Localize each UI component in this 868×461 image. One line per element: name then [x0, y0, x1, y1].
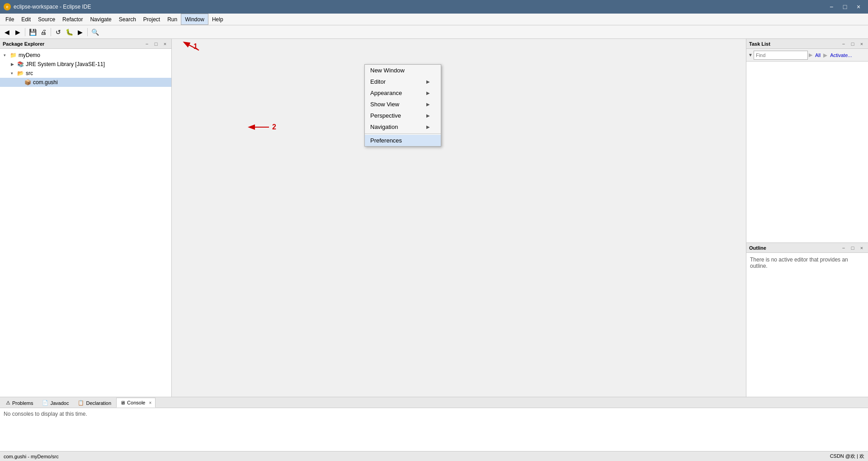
console-close-icon[interactable]: ×	[149, 400, 151, 405]
outline-close[interactable]: ×	[858, 244, 865, 252]
problems-icon: ⚠	[6, 400, 10, 406]
status-left: com.gushi - myDemo/src	[4, 454, 59, 459]
perspective-label: Perspective	[370, 112, 401, 119]
outline-header: Outline − □ ×	[746, 243, 868, 253]
menu-refactor[interactable]: Refactor	[59, 14, 86, 25]
outline-section: Outline − □ × There is no active editor …	[746, 243, 868, 397]
menu-item-perspective[interactable]: Perspective ▶	[365, 110, 441, 121]
status-right: CSDN @欢 | 欢	[830, 453, 864, 460]
menu-run[interactable]: Run	[164, 14, 181, 25]
tree-label-jre: JRE System Library [JavaSE-11]	[26, 61, 105, 67]
title-bar: e eclipse-workspace - Eclipse IDE − □ ×	[0, 0, 868, 14]
task-list-maximize[interactable]: □	[849, 40, 856, 48]
toolbar-back[interactable]: ◀	[2, 27, 12, 37]
window-dropdown-menu: New Window Editor ▶ Appearance ▶ Show Vi…	[364, 64, 441, 147]
svg-text:1: 1	[193, 43, 198, 50]
close-button[interactable]: ×	[853, 2, 864, 11]
task-list-title: Task List	[749, 41, 838, 47]
declaration-icon: 📋	[78, 400, 84, 406]
menu-item-navigation[interactable]: Navigation ▶	[365, 121, 441, 133]
svg-line-0	[184, 43, 199, 50]
toolbar-forward[interactable]: ▶	[13, 27, 23, 37]
outline-empty-message: There is no active editor that provides …	[750, 257, 848, 269]
toolbar-refresh[interactable]: ↺	[53, 27, 63, 37]
tab-javadoc[interactable]: 📄 Javadoc	[38, 398, 73, 408]
console-empty-message: No consoles to display at this time.	[4, 411, 87, 417]
outline-minimize[interactable]: −	[840, 244, 847, 252]
menu-file[interactable]: File	[2, 14, 18, 25]
tree-arrow-src: ▾	[11, 71, 16, 76]
declaration-label: Declaration	[86, 400, 111, 406]
console-icon: 🖥	[120, 400, 125, 405]
toolbar-print[interactable]: 🖨	[38, 27, 48, 37]
menu-separator	[365, 133, 441, 134]
tree-label-src: src	[26, 70, 33, 76]
outline-maximize[interactable]: □	[849, 244, 856, 252]
package-explorer-panel: Package Explorer − □ × ▾ 📁 myDemo ▶ 📚 JR…	[0, 39, 172, 397]
editor-area: New Window Editor ▶ Appearance ▶ Show Vi…	[172, 39, 746, 397]
tree-arrow-mydemo: ▾	[4, 53, 9, 57]
problems-label: Problems	[12, 400, 33, 406]
folder-icon: 📂	[17, 70, 24, 76]
task-list-dropdown-arrow: ▼	[748, 52, 753, 57]
tree-item-src[interactable]: ▾ 📂 src	[0, 69, 171, 78]
task-list-toolbar: ▼ ▶ All ▶ Activate...	[746, 49, 868, 62]
minimize-button[interactable]: −	[826, 2, 837, 11]
menu-edit[interactable]: Edit	[18, 14, 34, 25]
title-bar-left: e eclipse-workspace - Eclipse IDE	[4, 3, 91, 10]
package-tree: ▾ 📁 myDemo ▶ 📚 JRE System Library [JavaS…	[0, 49, 171, 397]
tree-item-package[interactable]: 📦 com.gushi	[0, 78, 171, 87]
console-label: Console	[127, 400, 145, 405]
tab-console[interactable]: 🖥 Console ×	[116, 398, 156, 408]
tab-problems[interactable]: ⚠ Problems	[2, 398, 37, 408]
tree-item-jre[interactable]: ▶ 📚 JRE System Library [JavaSE-11]	[0, 60, 171, 69]
toolbar-debug[interactable]: 🐛	[64, 27, 74, 37]
toolbar-run[interactable]: ▶	[75, 27, 85, 37]
task-filter-activate[interactable]: Activate...	[828, 52, 854, 58]
menu-window[interactable]: Window	[181, 14, 208, 25]
menu-search[interactable]: Search	[115, 14, 140, 25]
editor-label: Editor	[370, 78, 386, 85]
filter-sep: ▶	[823, 52, 827, 58]
tab-declaration[interactable]: 📋 Declaration	[74, 398, 115, 408]
show-view-submenu-arrow: ▶	[426, 102, 430, 107]
menu-item-editor[interactable]: Editor ▶	[365, 76, 441, 87]
menu-item-new-window[interactable]: New Window	[365, 65, 441, 76]
task-filter-all[interactable]: All	[813, 52, 822, 58]
menu-item-preferences[interactable]: Preferences	[365, 135, 441, 146]
show-view-label: Show View	[370, 101, 399, 108]
outline-title: Outline	[749, 245, 838, 251]
menu-help[interactable]: Help	[208, 14, 227, 25]
toolbar-search[interactable]: 🔍	[90, 27, 100, 37]
tree-arrow-jre: ▶	[11, 62, 16, 67]
svg-text:2: 2	[272, 123, 276, 131]
menu-project[interactable]: Project	[140, 14, 164, 25]
toolbar-sep-1	[25, 28, 25, 36]
maximize-button[interactable]: □	[839, 2, 851, 11]
javadoc-label: Javadoc	[50, 400, 69, 406]
status-bar: com.gushi - myDemo/src CSDN @欢 | 欢	[0, 451, 868, 461]
project-icon: 📁	[10, 52, 17, 58]
task-list-minimize[interactable]: −	[840, 40, 847, 48]
toolbar-save[interactable]: 💾	[28, 27, 38, 37]
panel-maximize-btn[interactable]: □	[152, 40, 160, 48]
task-list-close[interactable]: ×	[858, 40, 865, 48]
toolbar-sep-2	[51, 28, 51, 36]
menu-bar: File Edit Source Refactor Navigate Searc…	[0, 14, 868, 25]
menu-source[interactable]: Source	[34, 14, 59, 25]
panel-close-btn[interactable]: ×	[161, 40, 169, 48]
menu-item-show-view[interactable]: Show View ▶	[365, 99, 441, 110]
tree-item-mydemo[interactable]: ▾ 📁 myDemo	[0, 51, 171, 60]
task-find-input[interactable]	[754, 51, 808, 60]
tree-label-package: com.gushi	[33, 79, 58, 86]
perspective-submenu-arrow: ▶	[426, 113, 430, 118]
task-list-section: Task List − □ × ▼ ▶ All ▶ Activate...	[746, 39, 868, 243]
right-panel: Task List − □ × ▼ ▶ All ▶ Activate... Ou…	[746, 39, 868, 397]
editor-submenu-arrow: ▶	[426, 79, 430, 84]
console-content: No consoles to display at this time.	[0, 408, 868, 451]
menu-navigate[interactable]: Navigate	[86, 14, 115, 25]
panel-minimize-btn[interactable]: −	[143, 40, 151, 48]
menu-item-appearance[interactable]: Appearance ▶	[365, 87, 441, 99]
bottom-panel: ⚠ Problems 📄 Javadoc 📋 Declaration 🖥 Con…	[0, 397, 868, 451]
task-list-header: Task List − □ ×	[746, 39, 868, 49]
